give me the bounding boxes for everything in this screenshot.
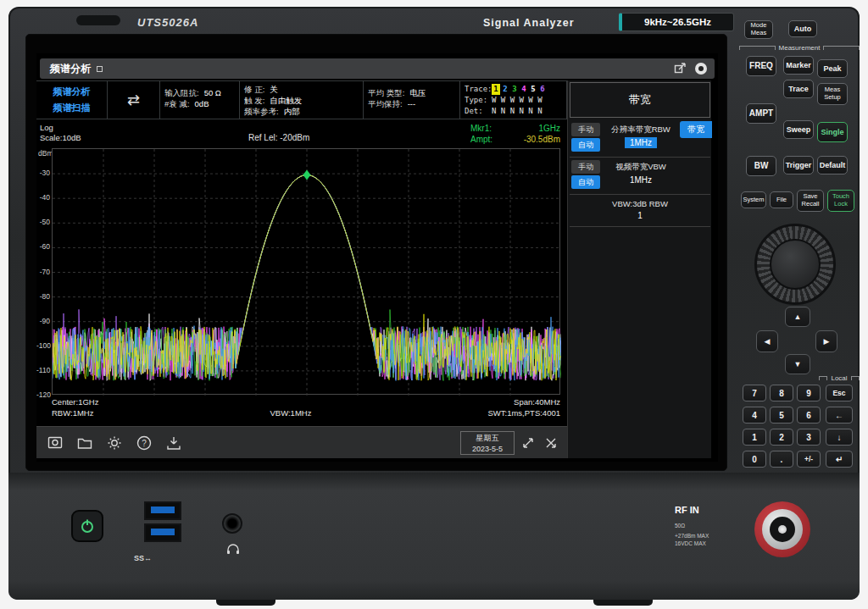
trace-numbers: 123456 <box>492 84 548 95</box>
key-7[interactable]: 7 <box>743 385 766 401</box>
freq-button[interactable]: FREQ <box>746 56 776 76</box>
key-4[interactable]: 4 <box>743 407 766 424</box>
key-8[interactable]: 8 <box>770 385 793 401</box>
arrow-down-button[interactable]: ▼ <box>785 354 810 374</box>
key-dot[interactable]: . <box>770 451 793 468</box>
key-3[interactable]: 3 <box>797 429 821 446</box>
y-tick-label: -60 <box>36 242 50 251</box>
rbw-manual-button[interactable]: 手动 <box>571 123 600 136</box>
arrow-up-button[interactable]: ▲ <box>785 307 810 327</box>
file-button[interactable]: File <box>770 191 793 208</box>
single-button[interactable]: Single <box>817 122 848 142</box>
plot-footer-1: Center:1GHz Span:40MHz <box>52 397 560 407</box>
trace-number: 5 <box>529 84 537 95</box>
key-1[interactable]: 1 <box>743 429 766 446</box>
model-label: UTS5026A <box>137 16 198 29</box>
mode-nav: 频谱分析 频谱扫描 <box>36 80 108 119</box>
plot-footer-2: RBW:1MHz VBW:1MHz SWT:1ms,PTS:4001 <box>52 408 560 418</box>
y-tick-label: -30 <box>36 169 50 177</box>
key-backspace[interactable]: ← <box>826 407 853 424</box>
y-tick-label: -70 <box>36 268 50 276</box>
auto-button[interactable]: Auto <box>788 20 817 37</box>
y-tick-label: -90 <box>36 317 50 325</box>
nav-item-spectrum-sweep[interactable]: 频谱扫描 <box>41 100 103 116</box>
ampt-button[interactable]: AMPT <box>746 103 776 124</box>
menu-divider <box>570 226 710 227</box>
rotary-knob[interactable] <box>754 224 836 305</box>
key-esc[interactable]: Esc <box>826 385 853 401</box>
vbw-auto-button[interactable]: 自动 <box>571 175 600 189</box>
front-panel: SS↔ RF IN 50Ω +27dBm MAX 16VDC MAX <box>8 473 860 600</box>
vbw-rbw-ratio-value[interactable]: 1 <box>568 211 712 220</box>
vent <box>76 15 120 25</box>
date-display: 星期五 2023-5-5 <box>460 431 515 455</box>
sweep-button[interactable]: Sweep <box>783 120 814 139</box>
settings-gear-icon[interactable] <box>103 432 125 454</box>
continuous-sweep-icon: ⇄ <box>127 91 140 109</box>
avg-hold-label: 平均保持: <box>368 98 403 109</box>
power-icon[interactable] <box>694 62 708 75</box>
key-6[interactable]: 6 <box>797 407 821 424</box>
vbw-value[interactable]: 1MHz <box>602 174 680 185</box>
bw-button[interactable]: BW <box>746 156 776 176</box>
rf-impedance-label: 50Ω <box>675 522 685 529</box>
annotate-icon[interactable] <box>520 432 538 454</box>
trace-det-label: Det: <box>465 106 492 117</box>
trigger-settings-cell: 修 正:关 触 发:自由触发 频率参考:内部 <box>240 80 364 119</box>
rbw-label: 分辨率带宽RBW <box>602 125 680 136</box>
scale-block: Log Scale:10dB <box>40 123 81 143</box>
key-down[interactable]: ↓ <box>826 429 853 446</box>
y-axis-unit: dBm <box>38 149 53 158</box>
save-icon[interactable] <box>163 432 185 454</box>
export-icon[interactable] <box>673 62 687 75</box>
knob-cap <box>770 239 821 290</box>
titlebar: 频谱分析 <box>40 58 715 79</box>
key-9[interactable]: 9 <box>797 385 821 401</box>
meas-setup-button[interactable]: Meas Setup <box>817 83 848 105</box>
vbw-label: 视频带宽VBW <box>602 162 680 173</box>
system-button[interactable]: System <box>741 191 766 208</box>
help-icon[interactable]: ? <box>133 432 155 454</box>
usb-port-2 <box>144 523 181 542</box>
peak-button[interactable]: Peak <box>817 59 848 78</box>
key-enter[interactable]: ↵ <box>826 451 853 468</box>
weekday-label: 星期五 <box>461 433 514 444</box>
key-5[interactable]: 5 <box>770 407 793 424</box>
tab-spectrum-analysis[interactable]: 频谱分析 <box>40 58 113 79</box>
marker-tools-icon[interactable] <box>542 432 560 454</box>
trace-button[interactable]: Trace <box>783 80 814 98</box>
mode-meas-button[interactable]: Mode Meas <box>744 20 773 39</box>
trace-number: 2 <box>501 84 509 95</box>
ui-root: 频谱分析 频谱分析 频谱扫描 ⇄ 输入阻抗:50 Ω <box>36 53 718 462</box>
default-button[interactable]: Default <box>817 156 848 174</box>
rbw-auto-button[interactable]: 自动 <box>571 138 600 152</box>
vbw-manual-button[interactable]: 手动 <box>571 160 600 174</box>
center-freq-label: Center:1GHz <box>52 397 98 407</box>
measurement-section-label: Measurement <box>739 44 860 52</box>
rbw-label: RBW:1MHz <box>52 408 93 418</box>
key-2[interactable]: 2 <box>770 429 793 446</box>
save-recall-button[interactable]: Save Recall <box>797 190 824 212</box>
touch-lock-button[interactable]: Touch Lock <box>827 190 854 212</box>
scale-label: Scale:10dB <box>40 133 81 143</box>
screenshot-icon[interactable] <box>44 432 66 454</box>
trace-number: 6 <box>538 84 547 95</box>
y-tick-label: -80 <box>36 292 50 301</box>
impedance-value: 50 Ω <box>204 87 221 98</box>
bandwidth-side-tab[interactable]: 带宽 <box>680 121 712 138</box>
swt-label: SWT:1ms,PTS:4001 <box>487 408 560 418</box>
power-button[interactable] <box>71 510 103 542</box>
nav-item-spectrum-analysis[interactable]: 频谱分析 <box>41 84 103 100</box>
marker-name: Mkr1: <box>470 123 492 134</box>
key-0[interactable]: 0 <box>743 451 766 468</box>
trigger-button[interactable]: Trigger <box>783 156 814 174</box>
marker-button[interactable]: Marker <box>783 56 814 75</box>
arrow-right-button[interactable]: ▶ <box>815 330 837 352</box>
arrow-left-button[interactable]: ◀ <box>756 330 778 352</box>
rbw-value[interactable]: 1MHz <box>602 137 680 148</box>
folder-icon[interactable] <box>74 432 96 454</box>
trace-number: 4 <box>520 84 528 95</box>
sweep-mode-cell[interactable]: ⇄ <box>108 80 160 119</box>
trace-type-values: W W W W W W <box>492 95 542 106</box>
key-plusminus[interactable]: +/- <box>797 451 821 468</box>
